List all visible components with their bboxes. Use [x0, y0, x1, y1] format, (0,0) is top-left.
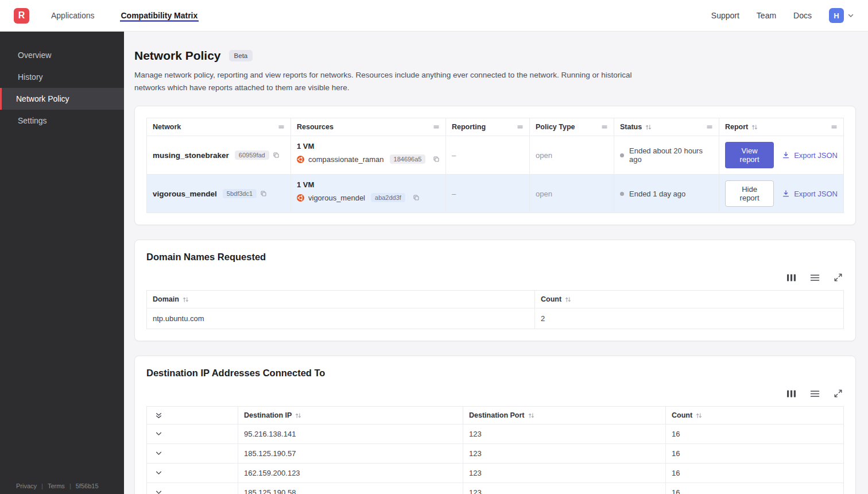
reporting-cell: – — [446, 175, 530, 213]
sidebar-item-settings[interactable]: Settings — [0, 110, 124, 132]
column-header-domain[interactable]: Domain — [147, 291, 535, 308]
network-name-cell: musing_stonebraker 60959fad — [147, 136, 291, 174]
column-header-destination-ip[interactable]: Destination IP — [238, 407, 463, 424]
network-name-cell: vigorous_mendel 5bdf3dc1 — [147, 175, 291, 213]
domains-table-header: Domain Count — [147, 290, 843, 308]
column-menu-icon[interactable] — [831, 124, 838, 130]
columns-icon[interactable] — [786, 389, 796, 398]
columns-icon[interactable] — [786, 273, 796, 282]
column-menu-icon[interactable] — [433, 124, 440, 130]
status-dot — [620, 192, 624, 196]
sort-icon[interactable] — [295, 412, 301, 419]
status-dot — [620, 153, 624, 157]
ip-row[interactable]: 185.125.190.57 123 16 — [147, 443, 843, 463]
top-navbar: R Applications Compatibility Matrix Supp… — [0, 0, 868, 32]
fullscreen-icon[interactable] — [834, 273, 843, 282]
nav-link-support[interactable]: Support — [711, 11, 739, 20]
column-menu-icon[interactable] — [706, 124, 713, 130]
nav-item-applications[interactable]: Applications — [50, 9, 96, 22]
status-text: Ended about 20 hours ago — [629, 146, 713, 164]
row-expander[interactable] — [147, 424, 238, 443]
count-cell: 16 — [666, 424, 843, 443]
export-json-link[interactable]: Export JSON — [782, 190, 838, 198]
network-row[interactable]: vigorous_mendel 5bdf3dc1 1 VM vigorous_m… — [147, 174, 843, 213]
page-title: Network Policy — [134, 49, 221, 63]
nav-link-team[interactable]: Team — [757, 11, 776, 20]
count-cell: 2 — [535, 308, 843, 329]
sidebar-item-network-policy[interactable]: Network Policy — [0, 88, 124, 110]
sort-icon[interactable] — [751, 124, 758, 130]
sort-icon[interactable] — [696, 412, 702, 419]
ip-cell: 95.216.138.141 — [238, 424, 463, 443]
row-expander[interactable] — [147, 483, 238, 494]
column-header-reporting[interactable]: Reporting — [446, 118, 530, 136]
terms-link[interactable]: Terms — [48, 483, 65, 489]
copy-icon[interactable] — [433, 156, 440, 163]
column-header-resources[interactable]: Resources — [291, 118, 446, 136]
expand-all-header[interactable] — [147, 407, 238, 424]
row-density-icon[interactable] — [810, 389, 820, 398]
column-header-network[interactable]: Network — [147, 118, 291, 136]
view-report-button[interactable]: View report — [725, 142, 774, 168]
user-menu[interactable]: H — [829, 8, 854, 23]
port-cell: 123 — [463, 424, 666, 443]
double-chevron-down-icon[interactable] — [155, 412, 162, 419]
ip-row[interactable]: 162.159.200.123 123 16 — [147, 463, 843, 483]
ubuntu-icon — [297, 156, 304, 163]
port-cell: 123 — [463, 444, 666, 463]
copy-icon[interactable] — [413, 194, 420, 201]
main-content: Network Policy Beta Manage network polic… — [124, 32, 868, 494]
copy-icon[interactable] — [260, 190, 267, 197]
port-cell: 123 — [463, 464, 666, 483]
row-expander[interactable] — [147, 464, 238, 483]
resource-count: 1 VM — [297, 142, 440, 150]
resources-cell: 1 VM compassionate_raman 184696a5 — [291, 136, 446, 174]
fullscreen-icon[interactable] — [834, 389, 843, 398]
sort-icon[interactable] — [183, 296, 189, 303]
network-name: musing_stonebraker — [153, 151, 229, 160]
hide-report-button[interactable]: Hide report — [725, 180, 774, 207]
sidebar-item-history[interactable]: History — [0, 66, 124, 88]
row-density-icon[interactable] — [810, 273, 820, 282]
sort-icon[interactable] — [645, 124, 652, 130]
column-header-policy-type[interactable]: Policy Type — [530, 118, 614, 136]
column-menu-icon[interactable] — [601, 124, 608, 130]
copy-icon[interactable] — [273, 152, 280, 159]
ips-card: Destination IP Addresses Connected To De… — [134, 356, 856, 494]
export-json-link[interactable]: Export JSON — [782, 151, 838, 160]
networks-table-header: Network Resources Reporting Policy Type … — [147, 118, 843, 136]
networks-table: Network Resources Reporting Policy Type … — [146, 118, 844, 213]
sidebar-item-overview[interactable]: Overview — [0, 44, 124, 66]
network-id-badge: 5bdf3dc1 — [223, 189, 257, 198]
ip-cell: 185.125.190.58 — [238, 483, 463, 494]
reporting-cell: – — [446, 136, 530, 174]
download-icon — [782, 151, 790, 159]
column-menu-icon[interactable] — [517, 124, 524, 130]
resource-id-badge: aba2dd3f — [371, 193, 405, 202]
avatar: H — [829, 8, 844, 23]
domain-row[interactable]: ntp.ubuntu.com 2 — [147, 308, 843, 329]
column-header-report[interactable]: Report — [719, 118, 843, 136]
nav-item-compatibility-matrix[interactable]: Compatibility Matrix — [120, 9, 199, 22]
app-logo[interactable]: R — [14, 8, 29, 24]
grid-toolbar — [146, 273, 843, 282]
column-header-status[interactable]: Status — [614, 118, 719, 136]
ubuntu-icon — [297, 194, 304, 202]
column-header-count[interactable]: Count — [666, 407, 843, 424]
column-menu-icon[interactable] — [278, 124, 285, 130]
count-cell: 16 — [666, 483, 843, 494]
privacy-link[interactable]: Privacy — [16, 483, 37, 489]
ips-table-header: Destination IP Destination Port Count — [147, 406, 843, 424]
sort-icon[interactable] — [565, 296, 571, 303]
row-expander[interactable] — [147, 444, 238, 463]
column-header-destination-port[interactable]: Destination Port — [463, 407, 666, 424]
ip-row[interactable]: 185.125.190.58 123 16 — [147, 483, 843, 494]
nav-link-docs[interactable]: Docs — [793, 11, 812, 20]
column-header-count[interactable]: Count — [535, 291, 843, 308]
report-cell: View report Export JSON — [719, 136, 843, 174]
sort-icon[interactable] — [528, 412, 534, 419]
ip-row[interactable]: 95.216.138.141 123 16 — [147, 424, 843, 443]
status-text: Ended 1 day ago — [629, 190, 685, 198]
network-row[interactable]: musing_stonebraker 60959fad 1 VM compass… — [147, 136, 843, 174]
resource-name: compassionate_raman — [308, 155, 384, 164]
